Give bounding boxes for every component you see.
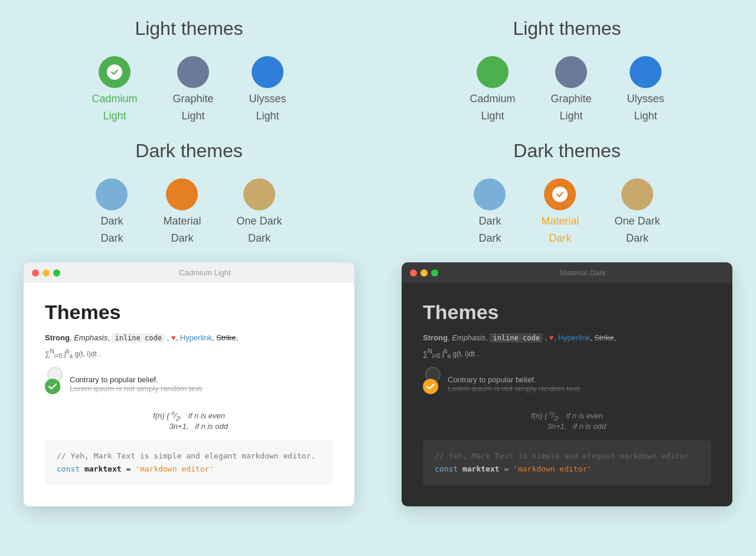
right-theme-one-dark[interactable]: One Dark Dark: [615, 178, 660, 245]
theme-item-dark[interactable]: Dark Dark: [96, 178, 128, 245]
circle-front-1: [45, 379, 60, 394]
material-name: Material: [163, 215, 201, 227]
graphite-circle-wrap: [177, 56, 209, 88]
cadmium-sub: Light: [103, 110, 126, 122]
right-theme-graphite-light[interactable]: Graphite Light: [550, 56, 591, 122]
ulysses-name: Ulysses: [249, 93, 286, 105]
right-ulysses-sub: Light: [634, 110, 657, 122]
right-material-sub: Dark: [549, 232, 571, 245]
dark-name: Dark: [100, 215, 123, 227]
right-theme-dark[interactable]: Dark Dark: [474, 178, 506, 245]
right-dark-name: Dark: [478, 215, 501, 227]
material-sub: Dark: [171, 232, 193, 245]
code-comment-1: // Yeh, Mark Text is simple and elegant …: [57, 451, 315, 460]
dot-yellow-right: [421, 269, 428, 277]
right-window-preview: Material Dark Themes Strong, Emphasis, i…: [402, 262, 732, 506]
right-theme-material[interactable]: Material Dark: [541, 178, 579, 245]
right-window-title: Material Dark: [442, 268, 724, 277]
left-light-title: Light themes: [24, 18, 354, 40]
right-dark-theme-row: Dark Dark Material Dark: [402, 178, 732, 245]
svg-point-1: [423, 379, 438, 394]
dark-sub: Dark: [100, 232, 123, 245]
cadmium-circle-wrap: [99, 56, 131, 88]
right-preview-heading: Themes: [423, 301, 711, 324]
hyperlink-text[interactable]: Hyperlink: [180, 333, 212, 342]
main-layout: Light themes Cadmium Light: [0, 0, 756, 556]
one-dark-circle-wrap: [243, 178, 275, 210]
right-checklist-item-1: Contrary to popular belief. Lorem ipsum …: [423, 367, 711, 401]
code-inline-text: inline code: [112, 333, 164, 343]
left-checklist: Contrary to popular belief. Lorem ipsum …: [45, 367, 333, 401]
right-one-dark-name: One Dark: [615, 215, 660, 227]
strike-text: Strike: [216, 333, 236, 342]
right-math-block: f(n) { n⁄2, if n is even 3n+1, if n is o…: [423, 409, 711, 431]
theme-item-one-dark[interactable]: One Dark Dark: [237, 178, 282, 245]
left-titlebar: Cadmium Light: [24, 262, 354, 283]
right-titlebar: Material Dark: [402, 262, 732, 283]
heart-icon: ♥: [171, 333, 176, 342]
code-var-1: marktext: [84, 464, 122, 473]
right-dark-circle: [474, 178, 506, 210]
right-light-section: Light themes Cadmium Light Graphite Ligh…: [402, 18, 732, 122]
material-circle: [166, 178, 198, 210]
checklist-text-2: Lorem ipsum is not simply random text.: [70, 384, 203, 393]
left-math-line: ∑Ni=0 ∫ba g(t, i)dt .: [45, 347, 333, 361]
one-dark-circle: [243, 178, 275, 210]
theme-item-graphite-light[interactable]: Graphite Light: [172, 56, 213, 122]
right-theme-ulysses-light[interactable]: Ulysses Light: [627, 56, 664, 122]
right-checklist-text-2: Lorem ipsum is not simply random text.: [448, 384, 581, 393]
code-string-1: 'markdown editor': [135, 464, 214, 473]
right-light-title: Light themes: [402, 18, 732, 40]
cadmium-check-icon: [107, 64, 122, 80]
right-math-line: ∑Ni=0 ∫ba g(t, i)dt .: [423, 347, 711, 361]
ulysses-sub: Light: [256, 110, 279, 122]
cadmium-check-overlay: [99, 56, 131, 88]
left-dark-title: Dark themes: [24, 140, 354, 162]
right-code-keyword: const: [435, 464, 458, 473]
right-graphite-wrap: [555, 56, 587, 88]
graphite-circle: [177, 56, 209, 88]
right-graphite-circle: [555, 56, 587, 88]
right-cadmium-wrap: [477, 56, 509, 88]
right-code-string: 'markdown editor': [513, 464, 592, 473]
dot-red-left: [32, 269, 39, 277]
right-dark-sub: Dark: [478, 232, 501, 245]
left-dark-theme-row: Dark Dark Material Dark One Dark Dark: [24, 178, 354, 245]
right-hyperlink[interactable]: Hyperlink: [558, 333, 590, 342]
left-code-block: // Yeh, Mark Text is simple and elegant …: [45, 440, 333, 485]
right-column: Light themes Cadmium Light Graphite Ligh…: [378, 0, 756, 556]
graphite-sub: Light: [181, 110, 204, 122]
right-material-name: Material: [541, 215, 579, 227]
right-cadmium-sub: Light: [481, 110, 504, 122]
dark-circle: [96, 178, 128, 210]
theme-item-material[interactable]: Material Dark: [163, 178, 201, 245]
right-code-var: marktext: [462, 464, 500, 473]
checklist-item-1: Contrary to popular belief. Lorem ipsum …: [45, 367, 333, 401]
dot-green-right: [431, 269, 438, 277]
right-circle-front: [423, 379, 438, 394]
bold-text: Strong: [45, 333, 70, 342]
left-preview-heading: Themes: [45, 301, 333, 324]
left-window-body: Themes Strong, Emphasis, inline code , ♥…: [24, 283, 354, 506]
left-code-line-1: // Yeh, Mark Text is simple and elegant …: [57, 450, 321, 463]
right-one-dark-circle: [621, 178, 653, 210]
right-code-line-2: const marktext = 'markdown editor': [435, 463, 699, 476]
left-code-line-2: const marktext = 'markdown editor': [57, 463, 321, 476]
right-preview-text1: Strong, Emphasis, inline code , ♥, Hyper…: [423, 332, 711, 344]
theme-item-ulysses-light[interactable]: Ulysses Light: [249, 56, 286, 122]
left-math-block: f(n) { n⁄2, if n is even 3n+1, if n is o…: [45, 409, 333, 431]
right-window-body: Themes Strong, Emphasis, inline code , ♥…: [402, 283, 732, 506]
checklist-text-group-1: Contrary to popular belief. Lorem ipsum …: [70, 375, 203, 393]
code-keyword-1: const: [57, 464, 80, 473]
right-ulysses-circle: [630, 56, 662, 88]
theme-item-cadmium-light[interactable]: Cadmium Light: [92, 56, 137, 122]
right-italic-text: Emphasis: [452, 333, 485, 342]
checklist-text-1: Contrary to popular belief.: [70, 375, 203, 384]
right-material-check-icon: [552, 187, 568, 202]
left-window-preview: Cadmium Light Themes Strong, Emphasis, i…: [24, 262, 354, 506]
right-dark-title: Dark themes: [402, 140, 732, 162]
right-checklist-text-1: Contrary to popular belief.: [448, 375, 581, 384]
right-theme-cadmium-light[interactable]: Cadmium Light: [470, 56, 515, 122]
ulysses-circle-wrap: [252, 56, 284, 88]
ulysses-circle: [252, 56, 284, 88]
